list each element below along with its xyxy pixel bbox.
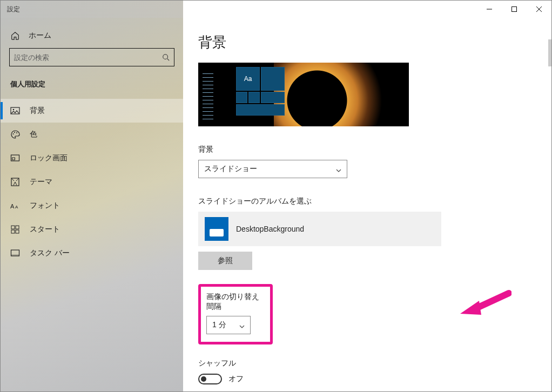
svg-rect-12 bbox=[12, 158, 15, 160]
sidebar-section-title: 個人用設定 bbox=[1, 79, 183, 99]
sidebar-item-label: スタート bbox=[30, 225, 60, 234]
svg-rect-19 bbox=[16, 230, 19, 233]
svg-point-8 bbox=[13, 133, 14, 134]
svg-rect-16 bbox=[11, 226, 15, 229]
minimize-button[interactable] bbox=[477, 1, 502, 18]
sidebar-item-taskbar[interactable]: タスク バー bbox=[1, 241, 183, 265]
window-title: 設定 bbox=[1, 1, 183, 18]
sidebar-item-label: フォント bbox=[30, 201, 60, 211]
chevron-down-icon bbox=[336, 166, 341, 172]
sidebar-item-themes[interactable]: テーマ bbox=[1, 170, 183, 194]
annotation-arrow bbox=[457, 288, 511, 322]
picture-icon bbox=[10, 106, 20, 116]
sidebar: ホーム 個人用設定 背景 色 ロック画面 bbox=[1, 18, 183, 391]
scrollbar[interactable] bbox=[548, 39, 551, 66]
background-type-dropdown[interactable]: スライドショー bbox=[198, 160, 347, 178]
font-icon: AA bbox=[10, 201, 20, 211]
svg-rect-17 bbox=[16, 226, 19, 229]
album-name: DesktopBackground bbox=[236, 225, 304, 233]
svg-point-9 bbox=[14, 132, 15, 133]
theme-icon bbox=[10, 177, 20, 187]
maximize-button[interactable] bbox=[502, 1, 527, 18]
svg-point-4 bbox=[163, 55, 168, 59]
page-title: 背景 bbox=[198, 33, 551, 52]
svg-text:A: A bbox=[10, 203, 15, 209]
taskbar-icon bbox=[10, 248, 20, 258]
search-input[interactable] bbox=[9, 48, 174, 66]
folder-icon bbox=[205, 217, 228, 241]
svg-marker-22 bbox=[460, 301, 481, 315]
lockscreen-icon bbox=[10, 153, 20, 163]
preview-accent: Aa bbox=[236, 67, 260, 91]
home-label: ホーム bbox=[29, 31, 51, 40]
svg-point-7 bbox=[13, 109, 15, 111]
sidebar-item-label: 色 bbox=[30, 130, 37, 139]
palette-icon bbox=[10, 130, 20, 139]
content-area: 背景 Aa 背景 スライドショー bbox=[183, 18, 551, 391]
shuffle-state: オフ bbox=[228, 374, 244, 384]
dropdown-value: スライドショー bbox=[204, 164, 257, 174]
browse-button[interactable]: 参照 bbox=[198, 252, 252, 270]
start-icon bbox=[10, 225, 20, 234]
sidebar-item-lockscreen[interactable]: ロック画面 bbox=[1, 146, 183, 170]
annotation-highlight: 画像の切り替え間隔 1 分 bbox=[198, 284, 273, 344]
close-button[interactable] bbox=[527, 1, 551, 18]
sidebar-nav: 背景 色 ロック画面 テーマ AA フォント bbox=[1, 99, 183, 265]
shuffle-toggle[interactable] bbox=[198, 374, 222, 384]
sidebar-item-colors[interactable]: 色 bbox=[1, 123, 183, 146]
shuffle-label: シャッフル bbox=[198, 359, 551, 368]
background-preview: Aa bbox=[198, 63, 409, 126]
svg-line-5 bbox=[167, 59, 170, 61]
home-icon bbox=[10, 31, 20, 40]
interval-label: 画像の切り替え間隔 bbox=[206, 292, 265, 312]
titlebar: 設定 bbox=[1, 1, 551, 18]
home-link[interactable]: ホーム bbox=[1, 25, 183, 48]
sidebar-item-label: ロック画面 bbox=[30, 153, 68, 163]
sidebar-item-background[interactable]: 背景 bbox=[1, 99, 183, 123]
dropdown-value: 1 分 bbox=[212, 320, 226, 330]
svg-rect-21 bbox=[11, 254, 19, 256]
album-label: スライドショーのアルバムを選ぶ bbox=[198, 197, 447, 206]
preview-overlay: Aa bbox=[203, 67, 300, 122]
svg-text:A: A bbox=[15, 205, 18, 209]
sidebar-item-label: 背景 bbox=[30, 106, 45, 116]
svg-point-10 bbox=[16, 132, 17, 133]
background-type-label: 背景 bbox=[198, 145, 447, 154]
album-row[interactable]: DesktopBackground bbox=[198, 212, 441, 246]
svg-rect-1 bbox=[512, 7, 517, 12]
search-icon bbox=[162, 53, 170, 61]
svg-rect-18 bbox=[11, 230, 15, 233]
sidebar-item-label: タスク バー bbox=[30, 248, 70, 258]
sidebar-item-start[interactable]: スタート bbox=[1, 218, 183, 241]
sidebar-item-fonts[interactable]: AA フォント bbox=[1, 194, 183, 218]
search-field[interactable] bbox=[14, 53, 162, 62]
chevron-down-icon bbox=[239, 322, 245, 328]
interval-dropdown[interactable]: 1 分 bbox=[206, 316, 251, 334]
sidebar-item-label: テーマ bbox=[30, 177, 52, 187]
